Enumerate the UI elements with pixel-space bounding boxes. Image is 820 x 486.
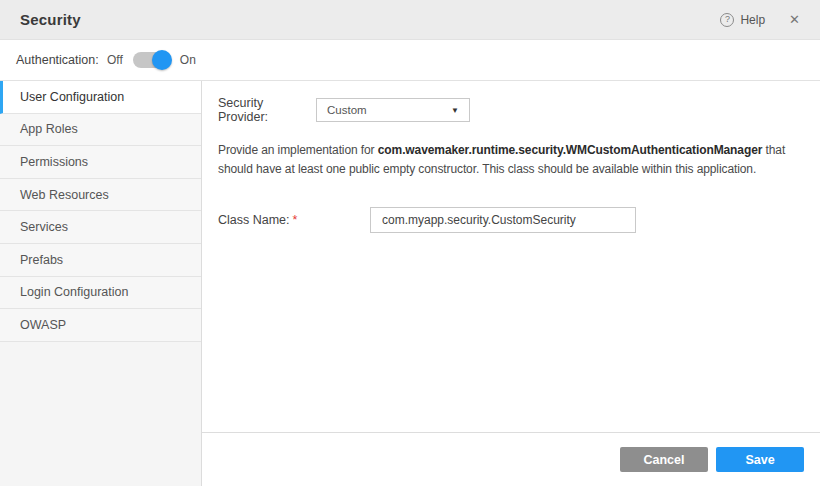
class-name-label: Class Name:: [218, 213, 290, 227]
user-configuration-panel: Security Provider: Custom ▼ Provide an i…: [202, 81, 820, 486]
security-provider-label: Security Provider:: [218, 96, 316, 124]
toggle-on-label: On: [180, 53, 196, 67]
required-asterisk: *: [293, 213, 298, 227]
help-label: Help: [740, 13, 765, 27]
close-icon[interactable]: ✕: [789, 13, 800, 26]
authentication-label: Authentication:: [16, 53, 107, 67]
sidebar-item-label: Permissions: [20, 155, 88, 169]
sidebar-item-label: Services: [20, 220, 68, 234]
security-provider-select[interactable]: Custom ▼: [316, 98, 470, 122]
sidebar-item-prefabs[interactable]: Prefabs: [0, 244, 201, 277]
authentication-row: Authentication: Off On: [0, 40, 820, 81]
sidebar-item-label: User Configuration: [20, 90, 124, 104]
sidebar-item-label: Login Configuration: [20, 285, 128, 299]
security-provider-row: Security Provider: Custom ▼: [218, 96, 470, 124]
sidebar-item-permissions[interactable]: Permissions: [0, 146, 201, 179]
chevron-down-icon: ▼: [451, 106, 459, 115]
sidebar-item-web-resources[interactable]: Web Resources: [0, 179, 201, 212]
sidebar-item-label: Web Resources: [20, 188, 109, 202]
dialog-body: User Configuration App Roles Permissions…: [0, 81, 820, 486]
help-icon: ?: [720, 13, 734, 27]
cancel-button[interactable]: Cancel: [620, 447, 708, 472]
sidebar-item-owasp[interactable]: OWASP: [0, 309, 201, 342]
sidebar-item-user-configuration[interactable]: User Configuration: [0, 81, 201, 114]
save-button[interactable]: Save: [716, 447, 804, 472]
page-title: Security: [20, 11, 81, 28]
header-actions: ? Help ✕: [720, 13, 800, 27]
class-name-input[interactable]: [370, 207, 636, 233]
sidebar-item-services[interactable]: Services: [0, 211, 201, 244]
security-dialog: Security ? Help ✕ Authentication: Off On…: [0, 0, 820, 486]
authentication-toggle[interactable]: [133, 52, 170, 68]
toggle-knob: [152, 50, 172, 70]
sidebar-item-label: OWASP: [20, 318, 66, 332]
security-provider-value: Custom: [327, 104, 367, 116]
sidebar-item-login-configuration[interactable]: Login Configuration: [0, 277, 201, 310]
sidebar-item-label: App Roles: [20, 122, 78, 136]
sidebar-item-app-roles[interactable]: App Roles: [0, 114, 201, 147]
action-footer: Cancel Save: [202, 432, 820, 486]
sidebar-item-label: Prefabs: [20, 253, 63, 267]
toggle-off-label: Off: [107, 53, 123, 67]
security-sidebar: User Configuration App Roles Permissions…: [0, 81, 202, 486]
page-header: Security ? Help ✕: [0, 0, 820, 40]
class-name-label-wrap: Class Name:*: [218, 213, 370, 227]
description-text-before: Provide an implementation for: [218, 143, 378, 157]
help-button[interactable]: ? Help: [720, 13, 765, 27]
provider-description: Provide an implementation for com.wavema…: [218, 141, 818, 179]
class-name-row: Class Name:*: [218, 207, 636, 233]
description-class-name: com.wavemaker.runtime.security.WMCustomA…: [378, 143, 763, 157]
